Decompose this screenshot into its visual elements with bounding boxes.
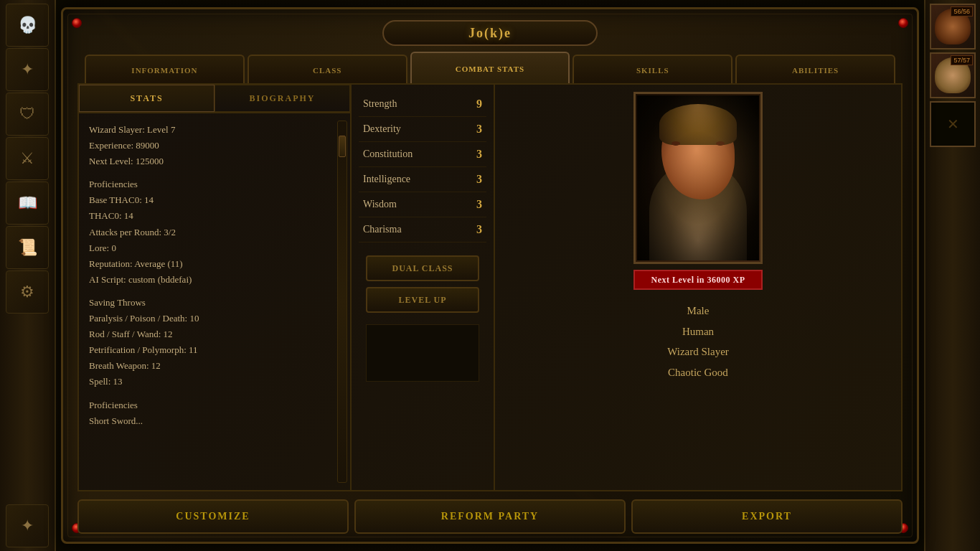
thac0: THAC0: 14 bbox=[89, 208, 340, 224]
attr-name-charisma: Charisma bbox=[363, 224, 402, 235]
nav-tabs: INFORMATION CLASS COMBAT STATS SKILLS AB… bbox=[77, 49, 903, 86]
scroll-handle[interactable] bbox=[339, 136, 346, 157]
hp-badge-2: 57/57 bbox=[951, 55, 973, 65]
stats-content: Wizard Slayer: Level 7 Experience: 89000… bbox=[79, 113, 350, 490]
hp-badge-1: 56/56 bbox=[951, 6, 973, 17]
next-level: Next Level: 125000 bbox=[89, 154, 340, 169]
cross-icon: ✕ bbox=[947, 116, 959, 133]
skull-icon[interactable]: 💀 bbox=[6, 4, 49, 47]
attributes-list: Strength 9 Dexterity 3 Constitution 3 In… bbox=[359, 92, 486, 242]
tab-skills[interactable]: SKILLS bbox=[573, 55, 732, 86]
bottom-left-icon[interactable]: ✦ bbox=[6, 504, 49, 547]
attr-name-wisdom: Wisdom bbox=[363, 199, 397, 210]
paralysis: Paralysis / Poison / Death: 10 bbox=[89, 311, 340, 326]
reputation: Reputation: Average (11) bbox=[89, 256, 340, 272]
star-icon[interactable]: ✦ bbox=[6, 48, 49, 91]
attr-name-constitution: Constitution bbox=[363, 149, 413, 160]
content-area: STATS BIOGRAPHY Wizard Slayer: Level 7 E… bbox=[77, 83, 903, 491]
attr-name-strength: Strength bbox=[363, 98, 397, 110]
empty-box bbox=[366, 324, 479, 382]
attr-value-intelligence: 3 bbox=[461, 173, 482, 186]
shield-icon[interactable]: 🛡 bbox=[6, 93, 49, 136]
class-level: Wizard Slayer: Level 7 bbox=[89, 122, 340, 138]
attr-row-charisma: Charisma 3 bbox=[359, 217, 486, 242]
attr-value-strength: 9 bbox=[461, 98, 482, 110]
xp-badge: Next Level in 36000 XP bbox=[633, 270, 763, 290]
char-alignment: Chaotic Good bbox=[667, 362, 729, 383]
rod: Rod / Staff / Wand: 12 bbox=[89, 326, 340, 342]
action-buttons: DUAL CLASS LEVEL UP bbox=[359, 250, 486, 319]
attr-name-dexterity: Dexterity bbox=[363, 123, 401, 135]
party-portrait-3[interactable]: ✕ bbox=[930, 101, 976, 147]
attr-value-wisdom: 3 bbox=[461, 198, 482, 211]
book-icon[interactable]: 📖 bbox=[6, 182, 49, 225]
left-sidebar: 💀 ✦ 🛡 ⚔ 📖 📜 ⚙ ✦ bbox=[0, 0, 56, 551]
level-up-button[interactable]: LEVEL UP bbox=[366, 287, 479, 313]
gem-top-right bbox=[898, 18, 908, 28]
tab-abilities[interactable]: ABILITIES bbox=[735, 55, 895, 86]
attr-row-wisdom: Wisdom 3 bbox=[359, 192, 486, 217]
reform-party-button[interactable]: REFORM PARTY bbox=[354, 499, 626, 534]
short-sword: Short Sword... bbox=[89, 413, 340, 429]
right-sidebar: 56/56 57/57 ✕ bbox=[924, 0, 980, 551]
char-gender: Male bbox=[667, 301, 729, 321]
dual-class-button[interactable]: DUAL CLASS bbox=[366, 255, 479, 281]
experience: Experience: 89000 bbox=[89, 138, 340, 154]
character-name: Jo(k)e bbox=[468, 26, 512, 41]
portrait-panel: Next Level in 36000 XP Male Human Wizard… bbox=[495, 85, 901, 490]
tab-combat-stats[interactable]: COMBAT STATS bbox=[410, 52, 570, 86]
gem-top-left bbox=[72, 18, 82, 28]
attr-value-dexterity: 3 bbox=[461, 123, 482, 136]
attr-row-dexterity: Dexterity 3 bbox=[359, 117, 486, 142]
attacks: Attacks per Round: 3/2 bbox=[89, 225, 340, 240]
attr-value-constitution: 3 bbox=[461, 148, 482, 161]
base-thac0: Base THAC0: 14 bbox=[89, 192, 340, 208]
attr-value-charisma: 3 bbox=[461, 223, 482, 236]
saving-throws-header: Saving Throws bbox=[89, 295, 340, 311]
petrification: Petrification / Polymorph: 11 bbox=[89, 342, 340, 358]
attr-row-strength: Strength 9 bbox=[359, 92, 486, 117]
main-panel: Jo(k)e INFORMATION CLASS COMBAT STATS SK… bbox=[61, 7, 919, 544]
sub-tab-biography[interactable]: BIOGRAPHY bbox=[215, 85, 350, 112]
customize-button[interactable]: CUSTOMIZE bbox=[77, 499, 349, 534]
title-bar: Jo(k)e bbox=[382, 20, 598, 46]
lore: Lore: 0 bbox=[89, 240, 340, 256]
export-button[interactable]: EXPORT bbox=[631, 499, 903, 534]
party-portrait-1[interactable]: 56/56 bbox=[930, 4, 976, 50]
attr-row-intelligence: Intelligence 3 bbox=[359, 167, 486, 192]
ai-script: AI Script: custom (bddefai) bbox=[89, 272, 340, 288]
character-info: Male Human Wizard Slayer Chaotic Good bbox=[667, 301, 729, 382]
char-race: Human bbox=[667, 321, 729, 342]
party-portrait-2[interactable]: 57/57 bbox=[930, 52, 976, 98]
xp-label: Next Level in 36000 XP bbox=[651, 275, 745, 286]
sub-tab-stats[interactable]: STATS bbox=[79, 85, 215, 112]
proficiencies-header: Proficiencies bbox=[89, 176, 340, 192]
attributes-panel: Strength 9 Dexterity 3 Constitution 3 In… bbox=[352, 85, 495, 490]
bottom-bar: CUSTOMIZE REFORM PARTY EXPORT bbox=[77, 496, 903, 536]
proficiencies2-header: Proficiencies bbox=[89, 397, 340, 413]
char-class: Wizard Slayer bbox=[667, 342, 729, 362]
tab-class[interactable]: CLASS bbox=[248, 55, 407, 86]
character-portrait bbox=[633, 92, 763, 264]
attr-row-constitution: Constitution 3 bbox=[359, 142, 486, 167]
gear-icon[interactable]: ⚙ bbox=[6, 270, 49, 314]
scroll-icon[interactable]: 📜 bbox=[6, 226, 49, 269]
spell: Spell: 13 bbox=[89, 374, 340, 390]
scrollbar[interactable] bbox=[337, 121, 347, 483]
attr-name-intelligence: Intelligence bbox=[363, 174, 410, 185]
sub-tabs: STATS BIOGRAPHY bbox=[79, 85, 350, 113]
tab-information[interactable]: INFORMATION bbox=[85, 55, 245, 86]
breath: Breath Weapon: 12 bbox=[89, 358, 340, 374]
left-panel: STATS BIOGRAPHY Wizard Slayer: Level 7 E… bbox=[79, 85, 352, 490]
figure-icon[interactable]: ⚔ bbox=[6, 137, 49, 180]
